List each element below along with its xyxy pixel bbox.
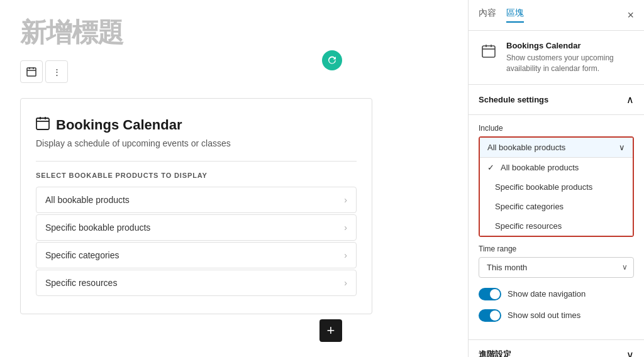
option-specific-resources[interactable]: Specific resources › — [36, 270, 357, 296]
date-navigation-toggle-row: Show date navigation — [479, 288, 634, 300]
chevron-right-icon: › — [344, 278, 347, 288]
option-label: Specific categories — [45, 250, 119, 260]
sidebar-tabs: 內容 區塊 — [479, 8, 524, 23]
schedule-settings-body: Include All bookable products ∨ All book… — [469, 115, 644, 339]
bookings-calendar-block: Bookings Calendar Display a schedule of … — [20, 98, 372, 314]
calendar-sidebar-svg — [481, 43, 496, 58]
time-range-label: Time range — [479, 244, 634, 253]
option-specific-categories[interactable]: Specific categories › — [36, 242, 357, 268]
time-range-select-wrapper: This month Next month This week Custom — [479, 257, 634, 278]
option-text: Specific resources — [495, 221, 562, 231]
schedule-settings-section: Schedule settings ∧ Include All bookable… — [469, 85, 644, 339]
chevron-right-icon: › — [344, 195, 347, 205]
advanced-settings-title: 進階設定 — [479, 349, 511, 357]
more-icon: ⋮ — [53, 67, 61, 77]
product-options-list: All bookable products › Specific bookabl… — [36, 187, 357, 296]
main-content: 新增標題 ⋮ — [0, 0, 468, 357]
close-sidebar-button[interactable]: × — [627, 9, 634, 22]
sidebar-calendar-icon — [479, 41, 499, 61]
dropdown-option-specific-products[interactable]: Specific bookable products — [480, 177, 633, 197]
block-calendar-icon — [36, 116, 50, 133]
expand-icon: ∨ — [626, 349, 634, 357]
dropdown-options-list: All bookable products Specific bookable … — [480, 157, 633, 236]
sidebar-header: 內容 區塊 × — [469, 0, 644, 31]
svg-rect-4 — [36, 118, 49, 129]
option-text: Specific bookable products — [495, 182, 592, 192]
tab-block[interactable]: 區塊 — [506, 8, 524, 23]
option-label: Specific bookable products — [45, 222, 150, 233]
dropdown-arrow-icon: ∨ — [619, 143, 625, 152]
schedule-settings-header[interactable]: Schedule settings ∧ — [469, 85, 644, 115]
calendar-block-svg — [36, 116, 50, 130]
block-description: Display a schedule of upcoming events or… — [36, 138, 357, 148]
dropdown-option-specific-categories[interactable]: Specific categories — [480, 197, 633, 216]
page-title: 新增標題 — [20, 15, 448, 50]
date-navigation-toggle[interactable] — [479, 288, 501, 300]
select-products-label: SELECT BOOKABLE PRODUCTS TO DISPLAY — [36, 172, 357, 179]
option-text: Specific categories — [495, 202, 564, 211]
sidebar-block-text: Bookings Calendar Show customers your up… — [506, 41, 634, 74]
refresh-svg — [326, 55, 338, 66]
block-toolbar: ⋮ — [20, 60, 448, 83]
chevron-right-icon: › — [344, 250, 347, 260]
more-options-btn[interactable]: ⋮ — [45, 60, 68, 83]
option-label: All bookable products — [45, 195, 130, 205]
collapse-icon: ∧ — [626, 94, 634, 106]
include-label: Include — [479, 124, 634, 133]
calendar-toolbar-btn[interactable] — [20, 60, 43, 83]
option-text: All bookable products — [501, 163, 579, 172]
chevron-right-icon: › — [344, 222, 347, 233]
block-header: Bookings Calendar — [36, 116, 357, 133]
refresh-icon — [322, 50, 342, 70]
block-title: Bookings Calendar — [56, 117, 182, 133]
selected-option-text: All bookable products — [487, 143, 565, 152]
sold-out-toggle-row: Show sold out times — [479, 309, 634, 322]
add-block-button[interactable]: + — [319, 319, 342, 342]
include-selected-value[interactable]: All bookable products ∨ — [480, 138, 633, 157]
option-all-bookable[interactable]: All bookable products › — [36, 187, 357, 213]
advanced-settings-header[interactable]: 進階設定 ∨ — [469, 339, 644, 357]
calendar-icon — [26, 67, 36, 77]
sidebar-block-description: Show customers your upcoming availabilit… — [506, 53, 634, 74]
svg-rect-0 — [27, 68, 36, 76]
sidebar-block-info: Bookings Calendar Show customers your up… — [469, 31, 644, 85]
dropdown-option-specific-resources[interactable]: Specific resources — [480, 216, 633, 236]
option-specific-products[interactable]: Specific bookable products › — [36, 214, 357, 241]
plus-icon: + — [327, 322, 335, 339]
sold-out-toggle[interactable] — [479, 309, 501, 322]
sidebar-block-title: Bookings Calendar — [506, 41, 634, 50]
date-navigation-label: Show date navigation — [508, 289, 586, 299]
dropdown-option-all[interactable]: All bookable products — [480, 158, 633, 177]
include-dropdown[interactable]: All bookable products ∨ All bookable pro… — [479, 136, 634, 237]
settings-sidebar: 內容 區塊 × Bookings Calendar Show customers… — [468, 0, 644, 357]
sold-out-label: Show sold out times — [508, 310, 580, 320]
svg-rect-8 — [482, 46, 495, 57]
block-divider — [36, 161, 357, 162]
option-label: Specific resources — [45, 278, 117, 288]
time-range-select[interactable]: This month Next month This week Custom — [479, 257, 634, 278]
tab-content[interactable]: 內容 — [479, 8, 496, 23]
schedule-settings-title: Schedule settings — [479, 95, 548, 104]
